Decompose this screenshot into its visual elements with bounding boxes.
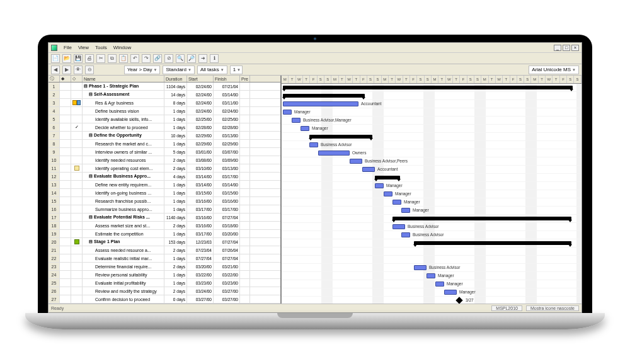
pre-cell[interactable] xyxy=(240,82,250,90)
finish-cell[interactable]: 03/11/00 xyxy=(214,99,240,106)
finish-cell[interactable]: 03/23/00 xyxy=(214,279,240,287)
font-combo[interactable]: Arial Unicode MS ▼ xyxy=(529,65,579,74)
row-index[interactable]: 1 xyxy=(49,82,60,90)
pre-cell[interactable] xyxy=(240,132,250,139)
duration-cell[interactable]: 1 days xyxy=(164,205,187,213)
pre-cell[interactable] xyxy=(240,181,250,188)
table-row[interactable]: 16Summarize business appro...1 days03/17… xyxy=(49,205,280,213)
row-index[interactable]: 18 xyxy=(49,222,60,229)
task-name-cell[interactable]: Assess needed resource a... xyxy=(83,246,164,254)
pre-cell[interactable] xyxy=(240,271,250,278)
duration-cell[interactable]: 2 days xyxy=(164,156,187,164)
table-row[interactable]: 10Identify needed resources2 days03/08/0… xyxy=(49,156,280,164)
task-name-cell[interactable]: Evaluate initial profitability xyxy=(83,279,164,287)
duration-cell[interactable]: 1 days xyxy=(164,181,187,188)
finish-cell[interactable]: 03/27/00 xyxy=(214,287,240,295)
duration-cell[interactable]: 14 days xyxy=(164,91,187,98)
duration-cell[interactable]: 1 days xyxy=(164,189,187,196)
finish-cell[interactable]: 03/07/00 xyxy=(214,148,240,156)
finish-cell[interactable]: 07/21/04 xyxy=(214,82,240,90)
gantt-row[interactable]: Manager xyxy=(282,190,581,198)
header-finish[interactable]: Finish xyxy=(214,76,240,82)
finish-cell[interactable]: 03/14/00 xyxy=(214,181,240,188)
maximize-button[interactable]: □ xyxy=(563,45,570,51)
start-cell[interactable]: 03/24/00 xyxy=(187,287,214,295)
start-cell[interactable]: 03/17/00 xyxy=(187,230,214,237)
header-name[interactable]: Name xyxy=(83,76,164,82)
outdent-icon[interactable]: ◀ xyxy=(51,65,60,74)
gantt-row[interactable] xyxy=(282,247,581,256)
task-name-cell[interactable]: Res & Agr business xyxy=(83,99,164,106)
summary-bar[interactable] xyxy=(375,176,400,179)
start-cell[interactable]: 12/23/03 xyxy=(187,238,214,246)
finish-cell[interactable]: 03/17/00 xyxy=(214,173,240,180)
task-bar[interactable] xyxy=(384,191,392,196)
task-bar[interactable] xyxy=(350,159,362,164)
finish-cell[interactable]: 03/27/00 xyxy=(214,295,240,303)
table-row[interactable]: 14Identify on-going business ...1 days03… xyxy=(49,189,280,197)
timescale-combo[interactable]: Year > Day ▼ xyxy=(124,65,160,74)
gantt-row[interactable]: Manager xyxy=(282,207,581,215)
status-box-hidden-icons[interactable]: Mostra icone nascoste xyxy=(526,305,579,311)
task-name-cell[interactable]: Interview owners of similar ... xyxy=(83,148,164,156)
menu-window[interactable]: Window xyxy=(113,45,131,50)
finish-cell[interactable]: 02/24/00 xyxy=(214,107,240,115)
pre-cell[interactable] xyxy=(240,115,250,123)
gantt-row[interactable] xyxy=(282,133,581,141)
pre-cell[interactable] xyxy=(240,173,250,180)
milestone-marker[interactable] xyxy=(455,297,462,304)
gantt-row[interactable]: Manager xyxy=(282,182,581,190)
task-name-cell[interactable]: ⊟ Phase 1 - Strategic Plan xyxy=(83,82,164,90)
finish-cell[interactable]: 07/27/04 xyxy=(214,238,240,246)
table-row[interactable]: 19Estimate the competition1 days03/17/00… xyxy=(49,230,280,238)
gantt-row[interactable]: Manager xyxy=(282,280,581,288)
start-cell[interactable]: 02/24/00 xyxy=(187,99,214,106)
gantt-row[interactable]: Owners xyxy=(282,149,581,157)
duration-cell[interactable]: 1 days xyxy=(164,107,187,115)
pre-cell[interactable] xyxy=(240,213,250,221)
gantt-row[interactable] xyxy=(282,215,581,223)
start-cell[interactable]: 02/25/00 xyxy=(187,115,214,123)
row-index[interactable]: 8 xyxy=(49,140,60,147)
task-name-cell[interactable]: Define new entity requirem... xyxy=(83,181,164,188)
task-name-cell[interactable]: Identify on-going business ... xyxy=(83,189,164,196)
table-row[interactable]: 18Assess market size and st...2 days03/1… xyxy=(49,222,280,230)
open-icon[interactable]: 📂 xyxy=(62,54,71,63)
task-bar[interactable] xyxy=(414,265,427,270)
task-bar[interactable] xyxy=(283,110,292,115)
summary-bar[interactable] xyxy=(283,86,573,89)
table-row[interactable]: 11Identify operating cost elem...2 days0… xyxy=(49,164,280,173)
show-icon[interactable]: 👁 xyxy=(74,65,83,74)
row-index[interactable]: 12 xyxy=(49,173,60,180)
pre-cell[interactable] xyxy=(240,238,250,246)
row-index[interactable]: 19 xyxy=(49,230,60,237)
task-bar[interactable] xyxy=(309,142,318,147)
zoom-out-icon[interactable]: 🔎 xyxy=(187,54,196,63)
gantt-row[interactable] xyxy=(282,174,581,182)
table-row[interactable]: 7⊟ Define the Opportunity10 days02/29/00… xyxy=(49,132,280,140)
row-index[interactable]: 6 xyxy=(49,123,60,131)
pre-cell[interactable] xyxy=(240,205,250,213)
task-name-cell[interactable]: ⊟ Self-Assessment xyxy=(83,91,164,98)
row-index[interactable]: 5 xyxy=(49,115,60,123)
pre-cell[interactable] xyxy=(240,123,250,131)
finish-cell[interactable]: 02/28/00 xyxy=(214,123,240,131)
print-icon[interactable]: 🖨 xyxy=(85,54,94,63)
task-name-cell[interactable]: Assess market size and st... xyxy=(83,222,164,229)
row-index[interactable]: 17 xyxy=(49,213,60,221)
row-index[interactable]: 15 xyxy=(49,197,60,205)
row-index[interactable]: 21 xyxy=(49,246,60,254)
table-row[interactable]: 25Evaluate initial profitability1 days03… xyxy=(49,279,280,287)
new-icon[interactable]: 📄 xyxy=(51,54,60,63)
pre-cell[interactable] xyxy=(240,295,250,303)
menu-file[interactable]: File xyxy=(64,45,72,50)
duration-cell[interactable]: 1 days xyxy=(164,115,187,123)
gantt-row[interactable] xyxy=(282,239,581,247)
goto-icon[interactable]: ➜ xyxy=(198,54,207,63)
row-index[interactable]: 16 xyxy=(49,205,60,213)
finish-cell[interactable]: 03/13/00 xyxy=(214,132,240,139)
task-bar[interactable] xyxy=(401,208,410,213)
gantt-row[interactable]: Accountant xyxy=(282,100,581,108)
finish-cell[interactable]: 07/27/04 xyxy=(214,213,240,221)
task-name-cell[interactable]: Identify needed resources xyxy=(83,156,164,164)
